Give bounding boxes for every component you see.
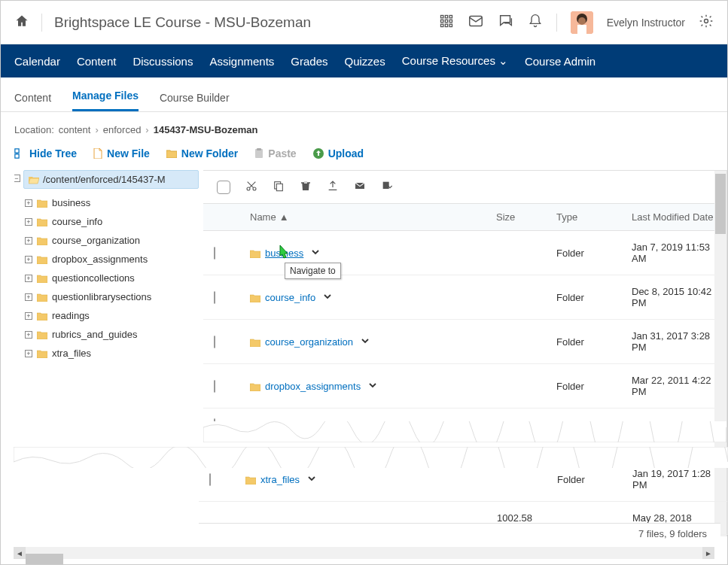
scrollbar-thumb[interactable] [26,554,63,564]
top-header: Brightspace LE Course - MSU-Bozeman Evel… [1,1,727,44]
cut-icon[interactable] [245,180,257,194]
file-name-link[interactable]: business [265,248,303,259]
home-icon[interactable] [14,14,29,31]
chevron-right-icon: › [145,124,148,135]
upload-button[interactable]: Upload [313,147,364,159]
nav-course-resources[interactable]: Course Resources⌄ [402,54,508,68]
expand-icon[interactable]: + [25,293,32,301]
row-checkbox[interactable] [214,247,215,260]
chat-icon[interactable] [498,13,514,32]
svg-rect-2 [449,16,452,18]
trash-icon[interactable] [300,180,312,194]
tree-item-label: business [52,197,90,208]
tree-item[interactable]: +rubrics_and_guides [25,325,199,344]
gear-icon[interactable] [699,14,714,31]
tree-item[interactable]: +dropbox_assignments [25,250,199,269]
nav-discussions[interactable]: Discussions [133,55,193,68]
mail-icon[interactable] [468,13,484,32]
tooltip: Navigate to [285,263,341,279]
select-all-checkbox[interactable] [217,181,230,194]
expand-icon[interactable]: + [25,312,32,320]
col-date[interactable]: Last Modified Date [621,204,726,231]
tab-course-builder[interactable]: Course Builder [160,92,230,111]
chevron-down-icon[interactable] [307,474,316,485]
bell-icon[interactable] [528,14,543,31]
tree-icon [14,148,25,159]
crumb-enforced[interactable]: enforced [103,124,142,135]
tab-manage-files[interactable]: Manage Files [72,90,139,111]
row-checkbox[interactable] [214,291,215,304]
expand-icon[interactable]: + [25,237,32,245]
folder-icon [37,236,47,245]
breadcrumb: Location: content › enforced › 145437-MS… [1,112,727,143]
chevron-down-icon[interactable] [311,248,320,259]
col-size[interactable]: Size [486,204,546,231]
tab-content[interactable]: Content [14,92,51,111]
folder-icon [37,217,47,226]
apps-icon[interactable] [439,14,454,31]
tree-item[interactable]: +readings [25,306,199,325]
nav-quizzes[interactable]: Quizzes [345,55,385,68]
row-checkbox[interactable] [209,473,211,486]
chevron-down-icon[interactable] [368,381,377,392]
sort-ascending-icon: ▲ [279,211,289,223]
new-file-button[interactable]: New File [93,147,150,159]
row-checkbox[interactable] [214,380,215,393]
tree-item[interactable]: +business [25,193,199,212]
chevron-right-icon: › [95,124,98,135]
expand-icon[interactable]: + [25,350,32,357]
mail-action-icon[interactable] [354,180,366,194]
expand-icon[interactable]: + [25,199,32,207]
upload-action-icon[interactable] [327,180,339,194]
tree-item-label: dropbox_assignments [52,254,148,265]
expand-icon[interactable]: + [25,275,32,282]
horizontal-scrollbar[interactable]: ◄ ► [14,547,714,559]
hide-tree-button[interactable]: Hide Tree [14,147,77,159]
file-type: Folder [546,231,621,275]
tree-item[interactable]: +questioncollections [25,269,199,287]
scrollbar-thumb[interactable] [715,174,726,234]
crumb-content[interactable]: content [59,124,91,135]
folder-icon [37,330,47,339]
file-date: Dec 8, 2015 10:42 PM [621,275,726,320]
avatar[interactable] [571,11,593,34]
col-type[interactable]: Type [546,204,621,231]
username[interactable]: Evelyn Instructor [607,17,685,29]
scroll-right-icon[interactable]: ► [702,547,714,559]
chevron-down-icon: ⌄ [498,54,508,67]
expand-icon[interactable]: + [25,218,32,226]
tree-item[interactable]: +course_organization [25,231,199,250]
file-name-link[interactable]: course_organization [265,336,353,348]
nav-grades[interactable]: Grades [291,55,327,68]
collapse-icon[interactable]: − [14,175,20,182]
tree-item[interactable]: +xtra_files [25,344,199,363]
expand-icon[interactable]: + [25,331,32,339]
nav-course-admin[interactable]: Course Admin [525,55,595,68]
file-type: Folder [546,275,621,320]
tree-item[interactable]: +questionlibrarysections [25,287,199,306]
tree-item-label: course_organization [52,235,140,246]
scroll-left-icon[interactable]: ◄ [14,547,26,559]
row-checkbox[interactable] [214,336,215,348]
svg-rect-0 [440,16,443,18]
col-name[interactable]: Name▲ [239,204,486,231]
file-name-link[interactable]: xtra_files [260,474,300,485]
chevron-down-icon[interactable] [361,336,370,348]
svg-rect-3 [440,20,443,22]
navbar: Calendar Content Discussions Assignments… [1,44,727,77]
nav-assignments[interactable]: Assignments [209,55,274,68]
file-name-link[interactable]: dropbox_assignments [265,381,361,392]
file-name-link[interactable]: course_info [265,292,315,303]
nav-calendar[interactable]: Calendar [14,55,60,68]
expand-icon[interactable]: + [25,256,32,263]
tree-item[interactable]: +course_info [25,212,199,231]
chevron-down-icon[interactable] [323,292,332,303]
new-folder-button[interactable]: New Folder [166,147,238,159]
nav-content[interactable]: Content [77,55,117,68]
copy-icon[interactable] [273,180,285,194]
divider [41,14,42,32]
tree-root[interactable]: /content/enforced/145437-M [23,170,199,189]
subtabs: Content Manage Files Course Builder [1,77,727,112]
more-action-icon[interactable] [381,180,393,194]
folder-icon [37,255,47,264]
